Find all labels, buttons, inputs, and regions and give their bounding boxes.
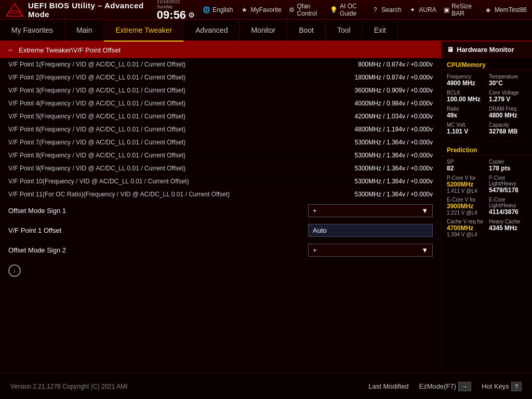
header: ROG UEFI BIOS Utility – Advanced Mode 11… xyxy=(0,0,532,20)
ratio-cell: Ratio 49x xyxy=(445,104,487,121)
breadcrumb: ← Extreme Tweaker\V/F Point Offset xyxy=(0,42,441,58)
clock-display: 09:56 ⚙ xyxy=(157,9,195,21)
chevron-down-icon: ▼ xyxy=(421,246,428,254)
pcore-light-heavy-cell: P-CoreLight/Heavy 5479/5178 xyxy=(487,174,529,195)
back-button[interactable]: ← xyxy=(7,46,15,54)
last-modified-button[interactable]: Last Modified xyxy=(368,382,408,390)
search-tool[interactable]: ? Search xyxy=(371,6,401,14)
aura-icon: ✦ xyxy=(408,6,417,14)
vf-row[interactable]: V/F Point 9(Frequency / VID @ AC/DC_LL 0… xyxy=(0,162,441,175)
offset-mode-sign-2-control[interactable]: + ▼ xyxy=(308,244,433,257)
tab-main[interactable]: Main xyxy=(65,20,104,41)
prediction-section-title: Prediction xyxy=(442,143,532,155)
vf-point-1-offset-input[interactable] xyxy=(308,224,433,237)
myfavorite-tool[interactable]: ★ MyFavorite xyxy=(240,6,281,14)
tab-boot[interactable]: Boot xyxy=(287,20,326,41)
offset-mode-sign-2-row: Offset Mode Sign 2 + ▼ xyxy=(0,241,441,260)
vf-point-1-offset-label: V/F Point 1 Offset xyxy=(8,227,308,234)
footer-actions: Last Modified EzMode(F7) → Hot Keys ? xyxy=(368,382,522,391)
main-layout: ← Extreme Tweaker\V/F Point Offset V/F P… xyxy=(0,42,532,373)
vf-row[interactable]: V/F Point 11(For OC Ratio)(Frequency / V… xyxy=(0,188,441,201)
offset-mode-sign-2-value: + xyxy=(313,246,317,254)
vf-point-1-offset-control[interactable] xyxy=(308,224,433,237)
svg-text:ROG: ROG xyxy=(9,9,21,15)
search-icon: ? xyxy=(371,6,379,14)
tab-advanced[interactable]: Advanced xyxy=(184,20,240,41)
time-area: 11/14/2021Sunday 09:56 ⚙ xyxy=(157,0,195,21)
hotkeys-button[interactable]: Hot Keys ? xyxy=(482,382,522,391)
mc-volt-cell: MC Volt. 1.101 V xyxy=(445,121,487,137)
vf-point-1-offset-row: V/F Point 1 Offset xyxy=(0,221,441,241)
vf-row[interactable]: V/F Point 10(Frequency / VID @ AC/DC_LL … xyxy=(0,175,441,188)
tab-tool[interactable]: Tool xyxy=(326,20,363,41)
temperature-cell: Temperature 30°C xyxy=(487,72,529,88)
header-tools: 🌐 English ★ MyFavorite ⚙ Qfan Control 💡 … xyxy=(202,3,527,17)
prediction-grid: SP 82 Cooler 178 pts P-Core V for 5200MH… xyxy=(442,155,532,241)
fan-icon: ⚙ xyxy=(289,6,295,14)
offset-mode-sign-1-row: Offset Mode Sign 1 + ▼ xyxy=(0,201,441,221)
tab-favorites[interactable]: My Favorites xyxy=(0,20,65,41)
cooler-cell: Cooler 178 pts xyxy=(487,157,529,174)
chevron-down-icon: ▼ xyxy=(421,207,428,215)
offset-mode-sign-1-control[interactable]: + ▼ xyxy=(308,204,433,217)
vf-points-table: V/F Point 1(Frequency / VID @ AC/DC_LL 0… xyxy=(0,58,441,373)
hardware-monitor-sidebar: 🖥 Hardware Monitor CPU/Memory Frequency … xyxy=(441,42,532,373)
tab-exit[interactable]: Exit xyxy=(363,20,398,41)
qfan-tool[interactable]: ⚙ Qfan Control xyxy=(289,3,323,17)
language-tool[interactable]: 🌐 English xyxy=(202,6,233,14)
cache-v-cell: Cache V req for 4700MHz 1.394 V @L4 xyxy=(445,217,487,239)
bclk-cell: BCLK 100.00 MHz xyxy=(445,88,487,104)
sidebar-header: 🖥 Hardware Monitor xyxy=(442,42,532,58)
pcore-v-cell: P-Core V for 5200MHz 1.411 V @L4 xyxy=(445,174,487,195)
offset-mode-sign-1-value: + xyxy=(313,207,317,215)
date-display: 11/14/2021Sunday xyxy=(157,0,180,9)
version-text: Version 2.21.1278 Copyright (C) 2021 AMI xyxy=(10,383,127,390)
guide-icon: 💡 xyxy=(330,6,338,14)
aioc-tool[interactable]: 💡 AI OC Guide xyxy=(330,3,364,17)
heavy-cache-cell: Heavy Cache 4345 MHz xyxy=(487,217,529,239)
bios-title: UEFI BIOS Utility – Advanced Mode xyxy=(28,1,152,19)
vf-row[interactable]: V/F Point 8(Frequency / VID @ AC/DC_LL 0… xyxy=(0,149,441,162)
footer: Version 2.21.1278 Copyright (C) 2021 AMI… xyxy=(0,373,532,399)
sp-cell: SP 82 xyxy=(445,157,487,174)
ecore-light-heavy-cell: E-CoreLight/Heavy 4114/3876 xyxy=(487,195,529,217)
cpu-memory-grid: Frequency 4900 MHz Temperature 30°C BCLK… xyxy=(442,70,532,139)
tab-monitor[interactable]: Monitor xyxy=(240,20,287,41)
offset-mode-sign-1-label: Offset Mode Sign 1 xyxy=(8,207,308,215)
ezmode-button[interactable]: EzMode(F7) → xyxy=(419,382,472,391)
hotkeys-icon: ? xyxy=(511,382,522,391)
nav-bar: My Favorites Main Extreme Tweaker Advanc… xyxy=(0,20,532,42)
vf-row[interactable]: V/F Point 2(Frequency / VID @ AC/DC_LL 0… xyxy=(0,71,441,84)
vf-row[interactable]: V/F Point 7(Frequency / VID @ AC/DC_LL 0… xyxy=(0,136,441,149)
ezmode-icon: → xyxy=(458,382,471,391)
resizebar-icon: ▣ xyxy=(444,6,450,14)
resizebar-tool[interactable]: ▣ ReSize BAR xyxy=(444,3,477,17)
offset-mode-sign-2-label: Offset Mode Sign 2 xyxy=(8,246,308,254)
tab-extreme-tweaker[interactable]: Extreme Tweaker xyxy=(104,20,184,42)
logo-area: ROG UEFI BIOS Utility – Advanced Mode xyxy=(5,1,152,19)
aura-tool[interactable]: ✦ AURA xyxy=(408,6,436,14)
sidebar-divider xyxy=(445,141,529,141)
breadcrumb-path: Extreme Tweaker\V/F Point Offset xyxy=(19,46,121,54)
vf-row[interactable]: V/F Point 5(Frequency / VID @ AC/DC_LL 0… xyxy=(0,110,441,123)
offset-mode-sign-1-select[interactable]: + ▼ xyxy=(308,204,433,217)
vf-row[interactable]: V/F Point 4(Frequency / VID @ AC/DC_LL 0… xyxy=(0,97,441,110)
capacity-cell: Capacity 32768 MB xyxy=(487,121,529,137)
rog-logo-icon: ROG xyxy=(5,3,24,17)
memtest-tool[interactable]: ◈ MemTest86 xyxy=(484,6,527,14)
globe-icon: 🌐 xyxy=(202,6,210,14)
star-icon: ★ xyxy=(240,6,248,14)
settings-gear-icon[interactable]: ⚙ xyxy=(188,11,195,19)
vf-row[interactable]: V/F Point 6(Frequency / VID @ AC/DC_LL 0… xyxy=(0,123,441,136)
info-icon-area: i xyxy=(0,260,441,281)
memtest-icon: ◈ xyxy=(484,6,493,14)
core-voltage-cell: Core Voltage 1.279 V xyxy=(487,88,529,104)
content-area: ← Extreme Tweaker\V/F Point Offset V/F P… xyxy=(0,42,441,373)
frequency-cell: Frequency 4900 MHz xyxy=(445,72,487,88)
vf-row[interactable]: V/F Point 1(Frequency / VID @ AC/DC_LL 0… xyxy=(0,58,441,71)
ecore-v-cell: E-Core V for 3900MHz 1.221 V @L4 xyxy=(445,195,487,217)
cpu-memory-section-title: CPU/Memory xyxy=(442,58,532,70)
offset-mode-sign-2-select[interactable]: + ▼ xyxy=(308,244,433,257)
info-icon[interactable]: i xyxy=(8,264,21,277)
vf-row[interactable]: V/F Point 3(Frequency / VID @ AC/DC_LL 0… xyxy=(0,84,441,97)
